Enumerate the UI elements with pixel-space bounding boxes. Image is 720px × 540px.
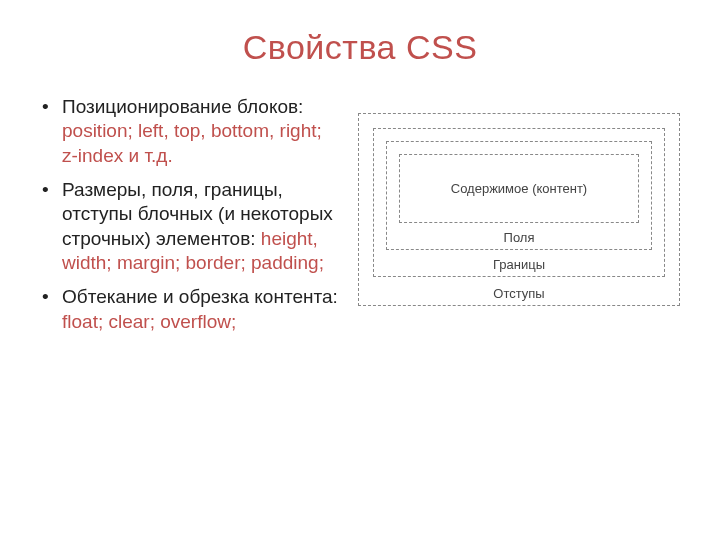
box-model-padding: Содержимое (контент) Поля [386, 141, 652, 250]
slide: Свойства CSS Позиционирование блоков: po… [0, 0, 720, 540]
box-model-content-label: Содержимое (контент) [451, 181, 587, 196]
bullet-list: Позиционирование блоков: position; left,… [40, 95, 340, 334]
list-item: Обтекание и обрезка контента: float; cle… [40, 285, 340, 334]
box-model-margin-label: Отступы [359, 286, 679, 301]
bullet-highlight: float; clear; overflow; [62, 311, 236, 332]
bullet-highlight: position; left, top, bottom, right; z-in… [62, 120, 322, 165]
box-model-margin: Содержимое (контент) Поля Границы Отступ… [358, 113, 680, 306]
box-model-border-label: Границы [374, 257, 664, 272]
slide-title: Свойства CSS [40, 28, 680, 67]
bullet-column: Позиционирование блоков: position; left,… [40, 95, 340, 344]
bullet-text: Позиционирование блоков: [62, 96, 303, 117]
list-item: Размеры, поля, границы, отступы блочных … [40, 178, 340, 275]
box-model-content: Содержимое (контент) [399, 154, 639, 223]
box-model-border: Содержимое (контент) Поля Границы [373, 128, 665, 277]
bullet-text: Обтекание и обрезка контента: [62, 286, 338, 307]
slide-content: Позиционирование блоков: position; left,… [40, 95, 680, 344]
box-model-padding-label: Поля [387, 230, 651, 245]
list-item: Позиционирование блоков: position; left,… [40, 95, 340, 168]
diagram-column: Содержимое (контент) Поля Границы Отступ… [358, 95, 680, 344]
